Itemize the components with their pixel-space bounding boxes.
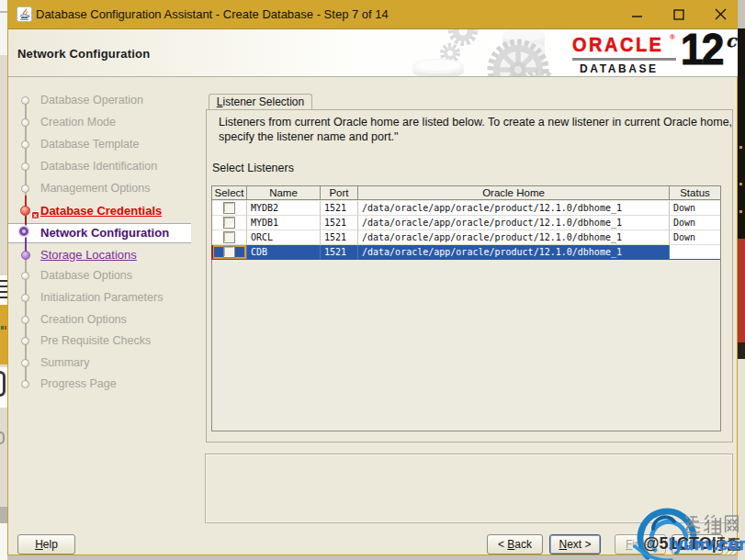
description-line2: specify the listener name and port." [219,130,733,145]
tab-listener-selection[interactable]: Listener Selection [209,94,312,110]
listener-row-orcl[interactable]: ORCL1521/data/oracle/app/oracle/product/… [212,230,720,245]
col-header-status[interactable]: Status [670,186,720,200]
cell-name-mydb2[interactable]: MYDB2 [247,201,321,216]
window-title: Database Configuration Assistant - Creat… [36,0,389,28]
listener-checkbox-mydb1[interactable] [223,217,235,229]
listener-description: Listeners from current Oracle home are l… [219,116,733,144]
error-badge: x [31,211,40,219]
cell-select-orcl[interactable] [212,230,247,245]
background-right-sliver [738,28,745,560]
step-dot-8 [21,251,30,260]
background-fragment [739,183,742,185]
minimize-button[interactable] [616,0,659,28]
background-fragment [0,11,7,13]
cell-port-mydb2[interactable]: 1521 [321,201,358,216]
background-fragment [0,286,7,287]
step-dot-2 [21,118,29,127]
cell-select-mydb2[interactable] [212,201,247,216]
background-fragment [5,326,6,330]
step-dot-5 [21,185,29,193]
cell-port-orcl[interactable]: 1521 [321,230,358,245]
oracle-brand: ORACLE ® DATABASE 12 c [567,29,738,76]
label-text: Next > [559,538,591,551]
cell-home-cdb[interactable]: /data/oracle/app/oracle/product/12.1.0/d… [358,245,670,260]
cell-status-orcl[interactable]: Down [670,230,720,245]
brand-rule [572,58,676,61]
description-line1: Listeners from current Oracle home are l… [219,116,733,130]
label-text: Listener Selection [209,95,311,110]
cell-name-mydb1[interactable]: MYDB1 [247,216,321,230]
cell-status-mydb1[interactable]: Down [670,216,720,230]
java-icon [17,6,32,22]
background-fragment [0,523,7,560]
sidebar-step-database-identification: Database Identification [40,160,157,173]
cell-home-orcl[interactable]: /data/oracle/app/oracle/product/12.1.0/d… [358,230,670,245]
maximize-icon [673,9,684,20]
listener-row-cdb[interactable]: CDB1521/data/oracle/app/oracle/product/1… [212,245,720,260]
background-fragment [1,326,4,330]
close-icon [715,8,727,20]
cell-status-mydb2[interactable]: Down [670,201,720,216]
background-fragment [738,342,745,359]
background-fragment [0,371,6,397]
resize-grip[interactable] [722,540,738,555]
step-dot-1 [21,96,29,105]
sidebar-step-initialization-parameters: Initialization Parameters [40,291,163,304]
sidebar-step-network-configuration[interactable]: Network Configuration [40,226,169,240]
background-fragment [738,239,745,342]
sidebar-step-creation-options: Creation Options [40,313,127,326]
sidebar-step-management-options: Management Options [40,182,151,195]
background-fragment [0,280,7,282]
col-header-select[interactable]: Select [212,186,247,200]
background-fragment [0,305,7,364]
empty-group-box [205,454,733,523]
cell-port-mydb1[interactable]: 1521 [321,216,358,230]
next-button[interactable]: Next > [549,534,601,554]
listener-row-mydb1[interactable]: MYDB11521/data/oracle/app/oracle/product… [212,216,720,230]
dbca-window: Database Configuration Assistant - Creat… [7,0,738,555]
cell-name-orcl[interactable]: ORCL [247,230,321,245]
help-button[interactable]: Help [17,534,75,554]
cell-select-mydb1[interactable] [212,216,247,230]
sidebar-step-progress-page: Progress Page [40,377,117,390]
background-fragment [0,507,7,523]
title-bar[interactable]: Database Configuration Assistant - Creat… [8,0,737,28]
background-fragment [739,146,742,149]
listener-checkbox-cdb[interactable] [223,246,235,258]
listener-checkbox-mydb2[interactable] [223,202,235,214]
background-fragment [0,431,5,444]
listeners-table: SelectNamePortOracle HomeStatus MYDB2152… [211,185,721,431]
finish-button[interactable]: Finish [615,534,666,554]
cell-home-mydb1[interactable]: /data/oracle/app/oracle/product/12.1.0/d… [358,216,670,230]
cell-status-cdb[interactable] [670,245,720,260]
label-text: < Back [498,538,532,551]
sidebar-step-creation-mode: Creation Mode [40,116,116,129]
sidebar-step-database-operation: Database Operation [40,94,143,106]
oracle-logo-text: ORACLE [572,33,663,56]
step-dot-6 [20,206,30,216]
cell-port-cdb[interactable]: 1521 [321,245,358,260]
listener-row-mydb2[interactable]: MYDB21521/data/oracle/app/oracle/product… [212,201,720,216]
col-header-name[interactable]: Name [247,186,321,200]
back-button[interactable]: < Back [487,534,543,554]
step-dot-3 [21,140,29,149]
background-left-sliver [0,0,7,560]
step-dot-13 [21,359,29,367]
cell-name-cdb[interactable]: CDB [247,245,321,260]
cell-select-cdb[interactable] [212,245,247,260]
cancel-button[interactable]: Cancel [672,534,723,554]
sidebar-step-summary: Summary [40,356,89,369]
step-dot-4 [21,162,29,171]
background-fragment [0,0,7,55]
sidebar-step-storage-locations[interactable]: Storage Locations [40,248,137,262]
background-fragment [0,297,7,298]
tab-label: Listener Selection [209,95,311,110]
step-dot-11 [21,316,29,324]
cell-home-mydb2[interactable]: /data/oracle/app/oracle/product/12.1.0/d… [358,201,670,216]
step-dot-10 [21,294,29,302]
col-header-oracle-home[interactable]: Oracle Home [358,186,670,200]
listener-checkbox-orcl[interactable] [223,231,235,243]
brand-version: 12 [681,24,722,74]
sidebar-step-database-credentials[interactable]: Database Credentials [40,204,162,218]
col-header-port[interactable]: Port [321,186,358,200]
